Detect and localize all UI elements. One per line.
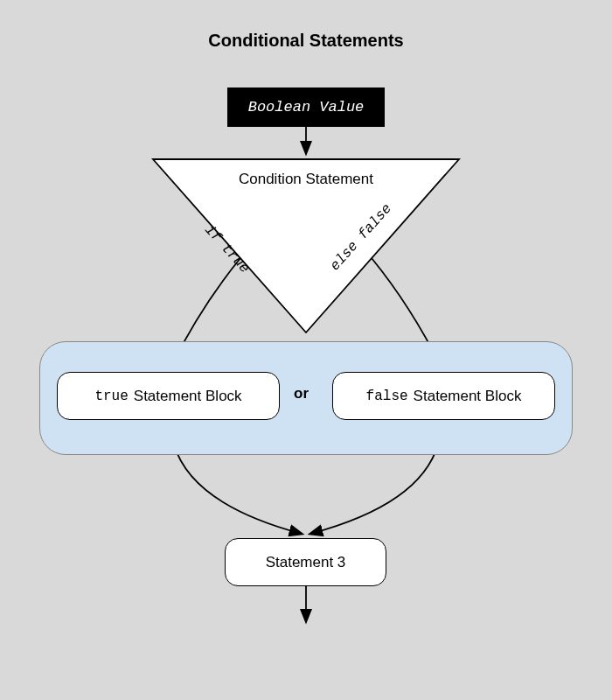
else-false-label: else false bbox=[327, 201, 395, 274]
true-keyword: true bbox=[94, 388, 128, 404]
or-label: or bbox=[294, 385, 309, 402]
condition-statement-label: Condition Statement bbox=[227, 171, 385, 188]
false-block-suffix: Statement Block bbox=[414, 388, 522, 405]
true-statement-block: true Statement Block bbox=[57, 372, 280, 420]
statement-3-box: Statement 3 bbox=[225, 538, 386, 586]
true-block-suffix: Statement Block bbox=[134, 388, 242, 405]
false-keyword: false bbox=[366, 388, 408, 404]
false-statement-block: false Statement Block bbox=[332, 372, 555, 420]
if-true-label: if true bbox=[201, 222, 252, 276]
boolean-value-box: Boolean Value bbox=[227, 88, 385, 127]
diagram-title: Conditional Statements bbox=[0, 0, 612, 51]
